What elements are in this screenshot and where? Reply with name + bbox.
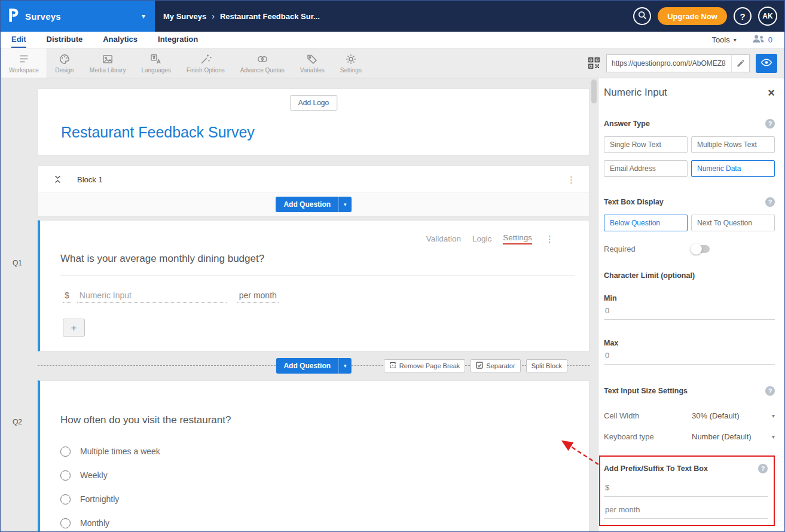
add-question-dropdown-icon[interactable]: ▾ <box>338 197 352 212</box>
radio-icon[interactable] <box>60 494 71 505</box>
survey-canvas: Add Logo Restaurant Feedback Survey Bloc… <box>36 78 598 531</box>
text-input-size-label: Text Input Size Settings <box>604 387 688 395</box>
help-icon[interactable]: ? <box>765 386 775 396</box>
option-label[interactable]: Weekly <box>80 470 108 480</box>
tabs-bar-right: Tools ▾ 0 <box>711 32 772 48</box>
prefix-input[interactable] <box>604 479 768 497</box>
q2-question-text[interactable]: How often do you visit the restaurant? <box>60 381 575 426</box>
close-panel-icon[interactable]: × <box>768 87 775 99</box>
answer-type-numeric[interactable]: Numeric Data <box>691 160 775 177</box>
toolbar-item-advance-quotas[interactable]: Advance Quotas <box>233 48 292 78</box>
chevron-down-icon[interactable]: ▾ <box>772 412 775 419</box>
tools-menu[interactable]: Tools ▾ <box>711 35 736 44</box>
min-input[interactable] <box>604 302 775 320</box>
keyboard-type-select[interactable]: Keyboard type Number (Default) ▾ <box>604 432 775 441</box>
preview-button[interactable] <box>756 54 777 73</box>
tab-edit[interactable]: Edit <box>11 32 26 48</box>
chevron-down-icon[interactable]: ▾ <box>772 433 775 440</box>
radio-icon[interactable] <box>60 470 71 481</box>
suffix-input[interactable] <box>604 502 768 519</box>
media-library-icon <box>102 53 114 65</box>
cell-width-select[interactable]: Cell Width 30% (Default) ▾ <box>604 411 775 420</box>
avatar[interactable]: AK <box>758 7 777 26</box>
toolbar-item-settings[interactable]: Settings <box>332 48 369 78</box>
toolbar-item-variables[interactable]: Variables <box>292 48 332 78</box>
eye-icon <box>760 59 772 68</box>
tab-analytics[interactable]: Analytics <box>103 32 138 48</box>
canvas-scrollbar[interactable] <box>591 80 597 530</box>
toolbar-item-finish-options[interactable]: Finish Options <box>179 48 233 78</box>
block-add-question-strip: Add Question ▾ <box>38 192 589 216</box>
block-menu-kebab-icon[interactable]: ⋮ <box>567 175 576 184</box>
display-below-question[interactable]: Below Question <box>604 215 688 231</box>
panel-title: Numeric Input <box>604 87 667 99</box>
q1-question-text[interactable]: What is your average monthly dining budg… <box>60 253 575 265</box>
toolbar-item-workspace[interactable]: Workspace <box>1 48 47 78</box>
max-input[interactable] <box>604 347 775 365</box>
q1-kebab-menu-icon[interactable]: ⋮ <box>545 234 554 243</box>
qr-code-icon[interactable] <box>588 57 600 69</box>
help-button[interactable]: ? <box>734 7 752 25</box>
add-question-button[interactable]: Add Question ▾ <box>276 197 351 212</box>
help-icon[interactable]: ? <box>765 197 775 207</box>
tab-distribute[interactable]: Distribute <box>47 32 83 48</box>
design-palette-icon <box>59 53 71 65</box>
option-label[interactable]: Fortnightly <box>80 494 119 504</box>
tools-label: Tools <box>711 35 729 44</box>
q1-menu: Validation Logic Settings ⋮ <box>60 221 575 244</box>
block-title[interactable]: Block 1 <box>77 175 103 184</box>
add-row-button[interactable]: + <box>63 319 85 337</box>
add-logo-button[interactable]: Add Logo <box>290 95 337 111</box>
toolbar-item-languages[interactable]: Languages <box>133 48 179 78</box>
edit-url-pencil-icon[interactable] <box>731 55 749 72</box>
q2-option-row: Monthly <box>60 511 575 531</box>
upgrade-button[interactable]: Upgrade Now <box>658 7 727 25</box>
add-question-button[interactable]: Add Question ▾ <box>276 358 351 374</box>
remove-page-break-button[interactable]: Remove Page Break <box>384 359 466 372</box>
search-button[interactable] <box>633 7 651 25</box>
q1-validation-link[interactable]: Validation <box>426 234 461 243</box>
collaborators-button[interactable]: 0 <box>752 35 772 45</box>
breadcrumb-separator-icon: › <box>212 11 215 21</box>
q1-numeric-input[interactable] <box>77 291 227 303</box>
toolbar-item-media-library[interactable]: Media Library <box>82 48 134 78</box>
main-tabs: Edit Distribute Analytics Integration <box>11 32 198 48</box>
radio-icon[interactable] <box>60 447 71 457</box>
survey-title[interactable]: Restaurant Feedback Survey <box>61 124 255 141</box>
add-question-dropdown-icon[interactable]: ▾ <box>338 358 352 374</box>
required-toggle[interactable] <box>692 245 710 253</box>
help-icon[interactable]: ? <box>758 464 768 473</box>
q1-settings-link[interactable]: Settings <box>503 233 532 244</box>
tab-integration[interactable]: Integration <box>158 32 198 48</box>
collapse-block-icon[interactable] <box>54 175 62 184</box>
answer-type-single-row[interactable]: Single Row Text <box>604 136 688 153</box>
display-next-to-question[interactable]: Next To Question <box>691 215 775 231</box>
help-icon[interactable]: ? <box>765 119 775 129</box>
settings-panel: Numeric Input × Answer Type ? Single Row… <box>598 78 784 531</box>
product-switcher[interactable]: Surveys ▾ <box>1 1 155 32</box>
breadcrumb-my-surveys[interactable]: My Surveys <box>163 12 206 21</box>
toolbar-item-design[interactable]: Design <box>47 48 82 78</box>
chain-links-icon <box>256 53 268 65</box>
split-block-button[interactable]: Split Block <box>526 359 567 372</box>
topbar: Surveys ▾ My Surveys › Restaurant Feedba… <box>1 1 784 32</box>
remove-page-break-label: Remove Page Break <box>399 362 460 369</box>
option-label[interactable]: Monthly <box>80 518 109 528</box>
breadcrumb: My Surveys › Restaurant Feedback Sur... <box>163 11 320 21</box>
survey-url-input[interactable] <box>607 59 731 68</box>
keyboard-type-label: Keyboard type <box>604 432 692 441</box>
separator-button[interactable]: Separator <box>471 359 520 372</box>
toolbar-item-label: Advance Quotas <box>240 67 285 74</box>
q1-logic-link[interactable]: Logic <box>472 234 491 243</box>
scrollbar-thumb[interactable] <box>591 80 597 103</box>
add-question-label[interactable]: Add Question <box>276 197 338 212</box>
page-break-icon <box>389 362 396 370</box>
radio-icon[interactable] <box>60 518 71 528</box>
app-window: Surveys ▾ My Surveys › Restaurant Feedba… <box>0 0 785 532</box>
answer-type-email[interactable]: Email Address <box>604 160 688 177</box>
chevron-down-icon: ▾ <box>142 12 145 20</box>
add-question-label[interactable]: Add Question <box>276 358 338 374</box>
q2-options: Multiple times a week Weekly Fortnightly… <box>60 439 575 531</box>
answer-type-multiple-rows[interactable]: Multiple Rows Text <box>691 136 775 153</box>
option-label[interactable]: Multiple times a week <box>80 447 160 456</box>
